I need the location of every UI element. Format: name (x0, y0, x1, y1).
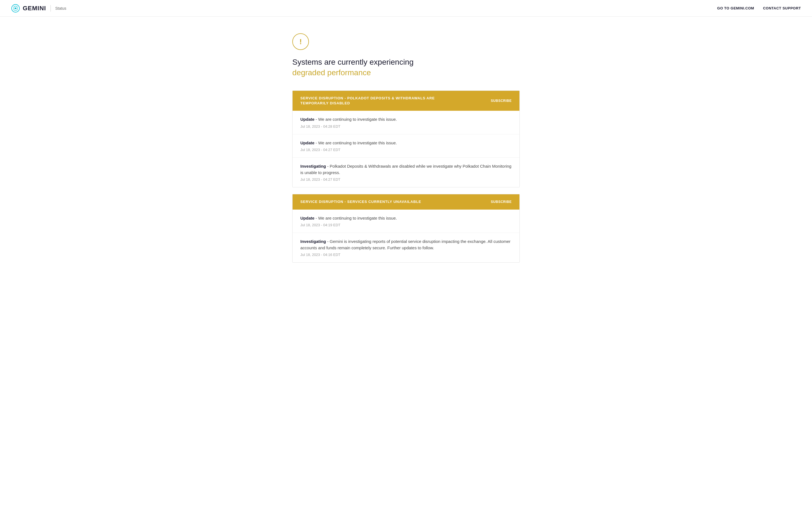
incident-card-2: SERVICE DISRUPTION - SERVICES CURRENTLY … (292, 194, 520, 263)
incident-entry-timestamp: Jul 18, 2023 - 04:27 EDT (300, 178, 512, 182)
incident-entry-text: Update - We are continuing to investigat… (300, 215, 512, 221)
incident-header-1: SERVICE DISRUPTION - POLKADOT DEPOSITS &… (293, 91, 519, 111)
header-nav: GO TO GEMINI.COM CONTACT SUPPORT (717, 6, 801, 10)
logo: GEMINI (11, 4, 46, 13)
incident-entry: Update - We are continuing to investigat… (293, 111, 519, 134)
status-subheadline: degraded performance (292, 68, 520, 77)
warning-icon: ! (292, 33, 309, 50)
subscribe-button-1[interactable]: SUBSCRIBE (491, 99, 512, 103)
incident-card-1: SERVICE DISRUPTION - POLKADOT DEPOSITS &… (292, 90, 520, 187)
incident-body-1: Update - We are continuing to investigat… (293, 111, 519, 187)
header: GEMINI Status GO TO GEMINI.COM CONTACT S… (0, 0, 812, 17)
status-icon-wrapper: ! (292, 33, 520, 50)
incidents-container: SERVICE DISRUPTION - POLKADOT DEPOSITS &… (292, 90, 520, 263)
incident-entry-text: Investigating - Polkadot Deposits & With… (300, 163, 512, 176)
contact-support-link[interactable]: CONTACT SUPPORT (763, 6, 801, 10)
incident-entry-timestamp: Jul 18, 2023 - 04:19 EDT (300, 223, 512, 227)
main-content: ! Systems are currently experiencing deg… (281, 17, 531, 286)
header-left: GEMINI Status (11, 4, 66, 13)
svg-point-1 (15, 7, 17, 9)
status-headline: Systems are currently experiencing (292, 58, 520, 66)
incident-entry-text: Update - We are continuing to investigat… (300, 140, 512, 146)
incident-entry-text: Investigating - Gemini is investigating … (300, 239, 512, 251)
go-to-gemini-link[interactable]: GO TO GEMINI.COM (717, 6, 754, 10)
incident-entry-text: Update - We are continuing to investigat… (300, 116, 512, 123)
incident-body-2: Update - We are continuing to investigat… (293, 210, 519, 263)
subscribe-button-2[interactable]: SUBSCRIBE (491, 200, 512, 204)
incident-header-2: SERVICE DISRUPTION - SERVICES CURRENTLY … (293, 194, 519, 209)
gemini-logo-icon (11, 4, 20, 13)
incident-entry: Investigating - Gemini is investigating … (293, 233, 519, 262)
incident-title-2: SERVICE DISRUPTION - SERVICES CURRENTLY … (300, 199, 421, 204)
incident-entry-timestamp: Jul 18, 2023 - 04:28 EDT (300, 125, 512, 129)
incident-title-1: SERVICE DISRUPTION - POLKADOT DEPOSITS &… (300, 96, 459, 106)
incident-entry-timestamp: Jul 18, 2023 - 04:16 EDT (300, 253, 512, 257)
incident-entry: Update - We are continuing to investigat… (293, 210, 519, 233)
logo-text: GEMINI (23, 5, 46, 12)
incident-entry: Update - We are continuing to investigat… (293, 134, 519, 158)
incident-entry: Investigating - Polkadot Deposits & With… (293, 158, 519, 187)
header-status-label: Status (55, 6, 66, 10)
incident-entry-timestamp: Jul 18, 2023 - 04:27 EDT (300, 148, 512, 152)
